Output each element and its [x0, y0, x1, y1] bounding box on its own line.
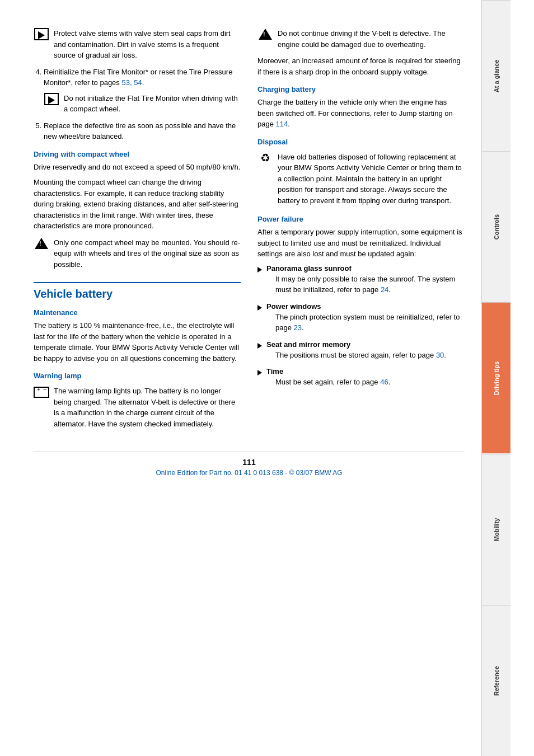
power-windows-item: Power windows The pinch protection syste… — [266, 302, 465, 338]
arrow-icon-2 — [44, 93, 59, 105]
power-windows-title: Power windows — [266, 302, 321, 311]
list-item: Power windows The pinch protection syste… — [257, 302, 465, 338]
bullet-arrow-icon — [257, 305, 262, 311]
vehicle-battery-heading: Vehicle battery — [34, 282, 241, 300]
sidebar-tab-mobility[interactable]: Mobility — [482, 454, 510, 605]
bullet-arrow-icon — [257, 343, 262, 349]
bullet-arrow-icon — [257, 370, 262, 375]
driving-compact-heading: Driving with compact wheel — [34, 150, 241, 158]
charging-p1: Charge the battery in the vehicle only w… — [257, 97, 465, 130]
compact-warning-text: Only one compact wheel may be mounted. Y… — [54, 237, 241, 270]
warning-triangle-icon — [34, 237, 49, 250]
battery-warning-lamp: + − The warning lamp lights up. The batt… — [34, 384, 241, 430]
driving-compact-p1: Drive reservedly and do not exceed a spe… — [34, 162, 241, 173]
step-list: Reinitialize the Flat Tire Monitor* or r… — [44, 67, 241, 142]
arrow-icon — [34, 28, 49, 40]
bullet-arrow-icon — [257, 267, 262, 273]
time-detail: Must be set again, refer to page 46. — [275, 377, 465, 388]
page-ref-114[interactable]: 114 — [276, 120, 288, 128]
sidebar-tab-at-a-glance[interactable]: At a glance — [482, 0, 510, 151]
list-item: Panorama glass sunroof It may be only po… — [257, 264, 465, 300]
power-failure-p1: After a temporary power supply interrupt… — [257, 227, 465, 260]
panorama-title: Panorama glass sunroof — [266, 264, 352, 273]
vbelt-warning: Do not continue driving if the V-belt is… — [257, 27, 465, 51]
maintenance-p1: The battery is 100 % maintenance-free, i… — [34, 320, 241, 364]
page-ref-30[interactable]: 30 — [436, 351, 444, 359]
disposal-text: Have old batteries disposed of following… — [278, 152, 465, 206]
page-ref-24[interactable]: 24 — [381, 285, 388, 294]
driving-compact-p2: Mounting the compact wheel can change th… — [34, 177, 241, 232]
page-number: 111 — [34, 458, 465, 467]
step-4: Reinitialize the Flat Tire Monitor* or r… — [44, 67, 241, 116]
sidebar-tab-reference[interactable]: Reference — [482, 605, 510, 756]
recycle-icon: ♻ — [257, 152, 273, 164]
right-column: Do not continue driving if the V-belt is… — [257, 22, 465, 435]
power-failure-list: Panorama glass sunroof It may be only po… — [257, 264, 465, 392]
vbelt-warning-text: Do not continue driving if the V-belt is… — [278, 28, 465, 50]
seat-mirror-item: Seat and mirror memory The positions mus… — [266, 340, 465, 365]
step-5: Replace the defective tire as soon as po… — [44, 120, 241, 142]
page-ref-23[interactable]: 23 — [294, 323, 302, 332]
valve-stem-text: Protect valve stems with valve stem seal… — [54, 28, 241, 61]
disposal-heading: Disposal — [257, 138, 465, 146]
right-sidebar: At a glance Controls Driving tips Mobili… — [481, 0, 510, 756]
compact-warning: Only one compact wheel may be mounted. Y… — [34, 236, 241, 271]
power-windows-detail: The pinch protection system must be rein… — [275, 312, 465, 334]
time-item: Time Must be set again, refer to page 46… — [266, 367, 465, 392]
valve-stem-notice: Protect valve stems with valve stem seal… — [34, 27, 241, 62]
vbelt-notice: Moreover, an increased amount of force i… — [257, 55, 465, 77]
seat-mirror-title: Seat and mirror memory — [266, 340, 350, 349]
flat-tire-notice-text: Do not initialize the Flat Tire Monitor … — [64, 93, 241, 115]
page-ref-53-54[interactable]: 53, 54 — [121, 78, 142, 87]
warning-triangle-icon-2 — [257, 28, 273, 40]
list-item: Time Must be set again, refer to page 46… — [257, 367, 465, 392]
list-item: Seat and mirror memory The positions mus… — [257, 340, 465, 365]
seat-mirror-detail: The positions must be stored again, refe… — [275, 350, 465, 361]
page-footer: 111 Online Edition for Part no. 01 41 0 … — [34, 452, 465, 477]
maintenance-heading: Maintenance — [34, 308, 241, 317]
time-title: Time — [266, 367, 283, 375]
panorama-detail: It may be only possible to raise the sun… — [275, 274, 465, 295]
flat-tire-notice: Do not initialize the Flat Tire Monitor … — [44, 92, 241, 116]
page-ref-46[interactable]: 46 — [380, 378, 388, 386]
warning-lamp-heading: Warning lamp — [34, 372, 241, 380]
footer-text: Online Edition for Part no. 01 41 0 013 … — [34, 469, 465, 477]
charging-battery-heading: Charging battery — [257, 85, 465, 93]
power-failure-heading: Power failure — [257, 215, 465, 223]
sidebar-tab-controls[interactable]: Controls — [482, 151, 510, 302]
panorama-item: Panorama glass sunroof It may be only po… — [266, 264, 465, 300]
sidebar-tab-driving-tips[interactable]: Driving tips — [482, 302, 510, 453]
left-column: Protect valve stems with valve stem seal… — [34, 22, 241, 435]
battery-icon: + − — [34, 386, 49, 398]
disposal-notice: ♻ Have old batteries disposed of followi… — [257, 151, 465, 208]
warning-lamp-text: The warning lamp lights up. The battery … — [54, 386, 241, 429]
